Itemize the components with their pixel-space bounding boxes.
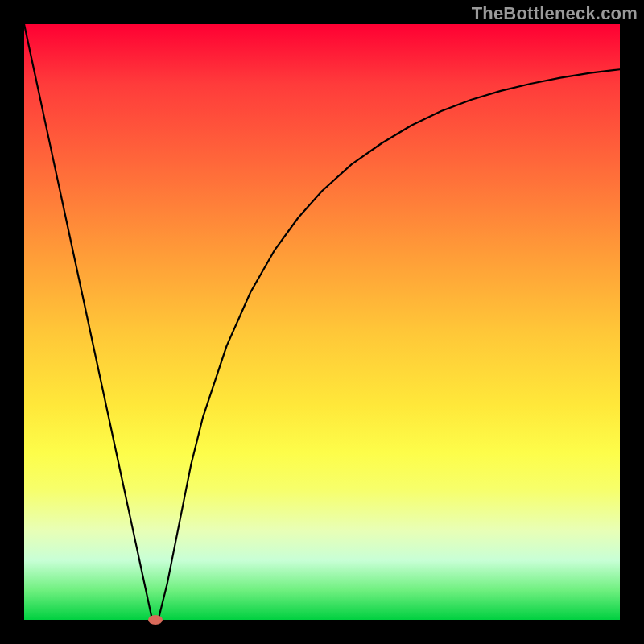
plot-area: [24, 24, 620, 620]
bottleneck-curve-path: [24, 24, 620, 620]
chart-frame: TheBottleneck.com: [0, 0, 644, 644]
watermark-text: TheBottleneck.com: [472, 3, 638, 24]
minimum-marker: [148, 615, 163, 625]
bottleneck-curve-svg: [24, 24, 620, 620]
